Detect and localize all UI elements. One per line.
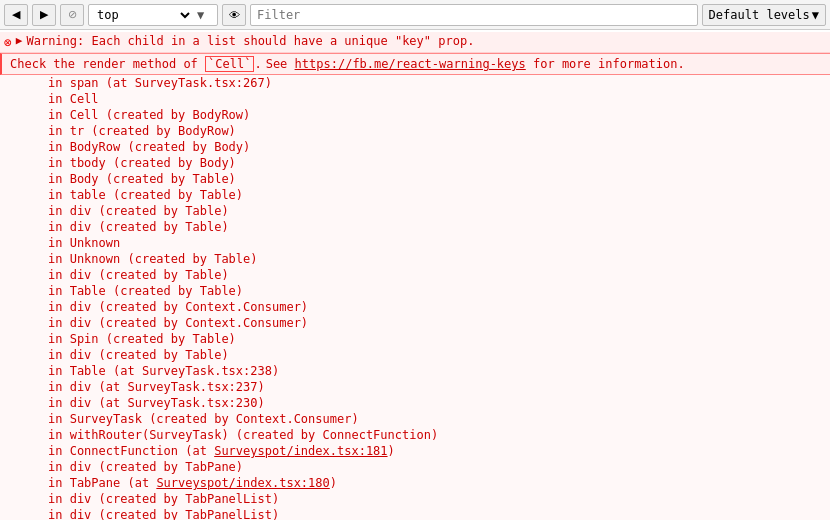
stack-trace-line: in div (created by TabPane) [0,459,830,475]
stack-trace-line: in TabPane (at Surveyspot/index.tsx:180) [0,475,830,491]
stack-trace-line: in tr (created by BodyRow) [0,123,830,139]
levels-dropdown[interactable]: Default levels ▼ [702,4,826,26]
stack-trace-line: in span (at SurveyTask.tsx:267) [0,75,830,91]
warning-error-icon: ⊗ [4,35,12,50]
eye-button[interactable]: 👁 [222,4,246,26]
stack-trace-line: in div (created by Context.Consumer) [0,299,830,315]
stack-trace-line: in div (at SurveyTask.tsx:237) [0,379,830,395]
stack-trace: in span (at SurveyTask.tsx:267)in Cellin… [0,75,830,520]
stack-trace-line: in Cell [0,91,830,107]
stack-trace-line: in tbody (created by Body) [0,155,830,171]
error-detail-link[interactable]: https://fb.me/react-warning-keys [295,57,526,71]
stack-trace-line: in div (created by Context.Consumer) [0,315,830,331]
stack-trace-line: in SurveyTask (created by Context.Consum… [0,411,830,427]
no-entry-icon: ⊘ [68,8,77,21]
clear-button[interactable]: ⊘ [60,4,84,26]
filter-input[interactable] [250,4,698,26]
back-icon: ◀ [12,8,20,21]
stack-trace-line: in Unknown [0,235,830,251]
forward-button[interactable]: ▶ [32,4,56,26]
error-detail-prefix: Check the render method of `Cell`. [10,57,262,71]
error-detail-suffix: for more information. [533,57,685,71]
stack-trace-line: in BodyRow (created by Body) [0,139,830,155]
error-cell-highlight: `Cell` [205,56,254,72]
stack-trace-line: in div (created by TabPanelList) [0,491,830,507]
back-button[interactable]: ◀ [4,4,28,26]
levels-label: Default levels [709,8,810,22]
stack-trace-line: in Cell (created by BodyRow) [0,107,830,123]
context-selector[interactable]: top ▼ [88,4,218,26]
stack-trace-line: in div (created by Table) [0,347,830,363]
toolbar: ◀ ▶ ⊘ top ▼ 👁 Default levels ▼ [0,0,830,30]
chevron-down-icon: ▼ [197,8,204,22]
warning-message: Warning: Each child in a list should hav… [26,34,474,48]
warning-row: ⊗ ▶ Warning: Each child in a list should… [0,32,830,53]
stack-trace-line: in Spin (created by Table) [0,331,830,347]
forward-icon: ▶ [40,8,48,21]
levels-chevron-icon: ▼ [812,8,819,22]
stack-trace-line: in div (created by Table) [0,267,830,283]
stack-trace-line: in div (at SurveyTask.tsx:230) [0,395,830,411]
error-detail-row: Check the render method of `Cell`. See h… [0,53,830,75]
error-detail-link-text: See https://fb.me/react-warning-keys for… [266,57,685,71]
stack-trace-line: in withRouter(SurveyTask) (created by Co… [0,427,830,443]
stack-file-link[interactable]: Surveyspot/index.tsx:180 [156,476,329,490]
stack-trace-line: in ConnectFunction (at Surveyspot/index.… [0,443,830,459]
eye-icon: 👁 [229,9,240,21]
stack-trace-line: in Table (created by Table) [0,283,830,299]
stack-trace-line: in table (created by Table) [0,187,830,203]
stack-trace-line: in Table (at SurveyTask.tsx:238) [0,363,830,379]
stack-trace-line: in Unknown (created by Table) [0,251,830,267]
stack-trace-line: in div (created by Table) [0,203,830,219]
context-select-dropdown[interactable]: top [93,7,193,23]
stack-trace-line: in Body (created by Table) [0,171,830,187]
stack-file-link[interactable]: Surveyspot/index.tsx:181 [214,444,387,458]
console-content: ⊗ ▶ Warning: Each child in a list should… [0,30,830,520]
warning-triangle-icon: ▶ [16,34,23,47]
stack-trace-line: in div (created by Table) [0,219,830,235]
stack-trace-line: in div (created by TabPanelList) [0,507,830,520]
